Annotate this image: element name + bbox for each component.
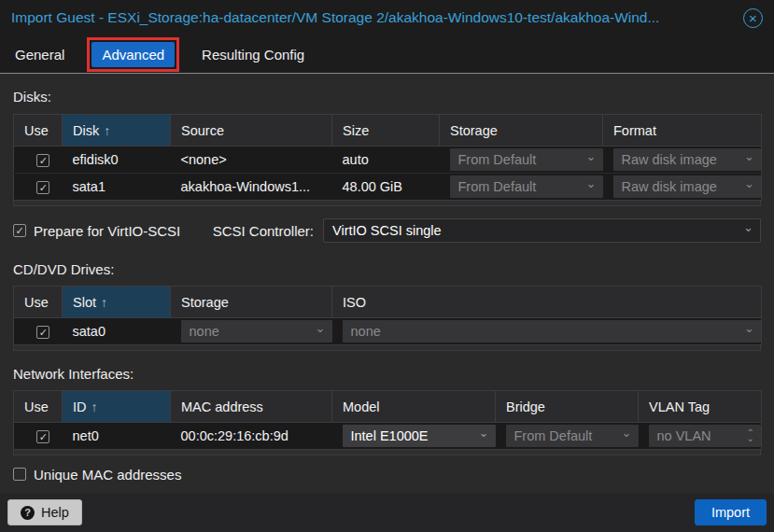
cd-iso-value: none bbox=[351, 324, 381, 339]
virtio-scsi-row: ✓ Prepare for VirtIO-SCSI SCSI Controlle… bbox=[13, 218, 761, 243]
network-table: Use ID↑ MAC address Model Bridge VLAN Ta… bbox=[13, 390, 762, 450]
spinner-down-icon: ⌄ bbox=[747, 436, 754, 441]
network-column-mac[interactable]: MAC address bbox=[171, 391, 332, 423]
tab-general[interactable]: General bbox=[13, 42, 66, 67]
number-spinner-icon: ⌃⌄ bbox=[747, 430, 754, 441]
help-question-icon: ? bbox=[21, 506, 35, 520]
red-annotation-box: Advanced bbox=[87, 37, 179, 72]
storage-select: From Default⌄ bbox=[450, 148, 603, 171]
format-select-value: Raw disk image bbox=[622, 179, 717, 194]
column-label: ID bbox=[73, 399, 87, 414]
column-label: Disk bbox=[73, 123, 99, 138]
disks-column-use[interactable]: Use bbox=[14, 115, 63, 147]
cd-storage-select: none⌄ bbox=[181, 320, 332, 343]
cddvd-column-use[interactable]: Use bbox=[14, 287, 63, 318]
storage-select-value: From Default bbox=[458, 179, 537, 194]
cd-storage-value: none bbox=[190, 324, 219, 339]
network-model-select[interactable]: Intel E1000E⌄ bbox=[343, 425, 496, 447]
disk-source-cell: akakhoa-Windows1... bbox=[171, 174, 332, 201]
network-vlan-spinner: no VLAN⌃⌄ bbox=[649, 425, 762, 447]
disk-size-cell: 48.00 GiB bbox=[332, 174, 440, 201]
disk-name-cell: sata1 bbox=[63, 174, 171, 201]
disks-header-row: Use Disk↑ Source Size Storage Format bbox=[14, 115, 762, 147]
network-column-use[interactable]: Use bbox=[14, 391, 63, 423]
format-select: Raw disk image⌄ bbox=[613, 148, 762, 171]
disks-column-size[interactable]: Size bbox=[332, 115, 440, 147]
use-checkbox[interactable]: ✓ bbox=[36, 181, 49, 194]
network-mac-cell: 00:0c:29:16:cb:9d bbox=[171, 423, 332, 450]
import-guest-dialog: Import Guest - ESXi_Storage:ha-datacente… bbox=[0, 0, 774, 483]
cddvd-slot-cell: sata0 bbox=[63, 318, 171, 345]
network-table-scrollbar bbox=[13, 450, 761, 455]
disks-table: Use Disk↑ Source Size Storage Format ✓ e… bbox=[13, 114, 762, 201]
format-select: Raw disk image⌄ bbox=[613, 175, 762, 198]
column-label: Slot bbox=[73, 295, 96, 310]
cddvd-row-sata0: ✓ sata0 none⌄ none⌄ bbox=[14, 318, 762, 345]
cd-iso-select: none⌄ bbox=[343, 320, 762, 343]
network-column-model[interactable]: Model bbox=[332, 391, 496, 423]
disks-column-format[interactable]: Format bbox=[603, 115, 762, 147]
network-model-value: Intel E1000E bbox=[351, 428, 429, 443]
network-section-label: Network Interfaces: bbox=[13, 366, 761, 383]
prepare-virtio-checkbox[interactable]: ✓ bbox=[13, 224, 26, 237]
advanced-tab-panel: Disks: Use Disk↑ Source Size Storage For… bbox=[0, 89, 774, 483]
scsi-controller-label: SCSI Controller: bbox=[213, 223, 314, 239]
disk-row-sata1: ✓ sata1 akakhoa-Windows1... 48.00 GiB Fr… bbox=[14, 174, 762, 201]
network-vlan-value: no VLAN bbox=[657, 428, 711, 443]
disk-name-cell: efidisk0 bbox=[63, 147, 171, 174]
cddvd-column-iso[interactable]: ISO bbox=[332, 287, 762, 318]
scsi-controller-select[interactable]: VirtIO SCSI single⌄ bbox=[323, 218, 761, 243]
cddvd-table-scrollbar bbox=[13, 345, 761, 351]
tab-bar: General Advanced Resulting Config bbox=[0, 35, 774, 74]
cddvd-header-row: Use Slot↑ Storage ISO bbox=[14, 287, 762, 318]
disks-table-scrollbar bbox=[13, 201, 761, 206]
disk-row-efidisk0: ✓ efidisk0 <none> auto From Default⌄ Raw… bbox=[14, 147, 762, 174]
prepare-virtio-label: Prepare for VirtIO-SCSI bbox=[34, 223, 180, 239]
close-glyph: × bbox=[749, 11, 757, 25]
unique-mac-checkbox[interactable] bbox=[13, 468, 26, 481]
use-checkbox[interactable]: ✓ bbox=[36, 430, 49, 443]
network-column-bridge[interactable]: Bridge bbox=[496, 391, 639, 423]
disks-column-disk[interactable]: Disk↑ bbox=[63, 115, 171, 147]
disk-source-cell: <none> bbox=[171, 147, 332, 174]
network-bridge-select: From Default⌄ bbox=[506, 425, 639, 447]
disk-size-cell: auto bbox=[332, 147, 440, 174]
cddvd-section-label: CD/DVD Drives: bbox=[13, 261, 761, 278]
dialog-footer: ? Help Import bbox=[0, 493, 774, 532]
sort-ascending-icon: ↑ bbox=[91, 399, 98, 414]
disks-section-label: Disks: bbox=[13, 89, 761, 105]
cddvd-column-slot[interactable]: Slot↑ bbox=[63, 287, 171, 318]
use-checkbox[interactable]: ✓ bbox=[36, 326, 49, 339]
network-header-row: Use ID↑ MAC address Model Bridge VLAN Ta… bbox=[14, 391, 762, 423]
scsi-controller-value: VirtIO SCSI single bbox=[332, 223, 442, 238]
import-button[interactable]: Import bbox=[695, 499, 767, 525]
network-column-id[interactable]: ID↑ bbox=[63, 391, 171, 423]
help-button[interactable]: ? Help bbox=[7, 499, 82, 525]
use-checkbox[interactable]: ✓ bbox=[36, 154, 49, 167]
network-column-vlan[interactable]: VLAN Tag bbox=[639, 391, 762, 423]
storage-select-value: From Default bbox=[458, 152, 537, 167]
close-icon[interactable]: × bbox=[743, 8, 763, 28]
help-button-label: Help bbox=[41, 505, 69, 520]
dialog-titlebar: Import Guest - ESXi_Storage:ha-datacente… bbox=[0, 0, 774, 35]
unique-mac-label: Unique MAC addresses bbox=[34, 467, 181, 483]
unique-mac-row: Unique MAC addresses bbox=[13, 466, 761, 483]
network-bridge-value: From Default bbox=[514, 428, 593, 443]
scsi-controller-field: SCSI Controller: VirtIO SCSI single⌄ bbox=[213, 218, 761, 243]
tab-advanced[interactable]: Advanced bbox=[91, 42, 175, 67]
network-row-net0: ✓ net0 00:0c:29:16:cb:9d Intel E1000E⌄ F… bbox=[14, 423, 762, 450]
storage-select: From Default⌄ bbox=[450, 175, 603, 198]
cddvd-table: Use Slot↑ Storage ISO ✓ sata0 none⌄ none… bbox=[13, 286, 762, 345]
tab-resulting-config[interactable]: Resulting Config bbox=[200, 42, 306, 67]
cddvd-column-storage[interactable]: Storage bbox=[171, 287, 332, 318]
format-select-value: Raw disk image bbox=[622, 152, 717, 167]
disks-column-storage[interactable]: Storage bbox=[440, 115, 603, 147]
sort-ascending-icon: ↑ bbox=[104, 123, 110, 138]
disks-column-source[interactable]: Source bbox=[171, 115, 332, 147]
network-id-cell: net0 bbox=[63, 423, 171, 450]
sort-ascending-icon: ↑ bbox=[101, 295, 107, 310]
dialog-title: Import Guest - ESXi_Storage:ha-datacente… bbox=[11, 9, 736, 26]
